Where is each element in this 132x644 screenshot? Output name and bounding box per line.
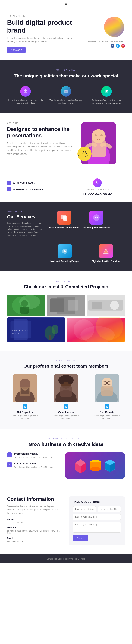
- biz-option-desc-2: Sample text. Click to select the Text El…: [14, 466, 53, 469]
- svg-point-35: [110, 301, 119, 310]
- about-content: ABOUT US Designed to enhance the present…: [7, 122, 74, 156]
- instagram-icon[interactable]: in: [121, 44, 125, 48]
- biz-option-title-2: Solutions Provider: [14, 462, 53, 465]
- member-social-2[interactable]: 𝕏: [64, 404, 68, 410]
- emergency-number: +1 222 345 55 43: [70, 192, 125, 196]
- emergency-contact: CALL FOR EMERGENCY +1 222 345 55 43: [70, 178, 125, 196]
- service-name-2: Branding And Illustration: [83, 226, 110, 229]
- animation-svg: [102, 247, 110, 256]
- quality-item-2: ✓ MONEYBACK GUARENTEE: [7, 187, 62, 192]
- svg-text:PRODUCT: PRODUCT: [12, 332, 20, 334]
- member-name-2: Celia Almeda: [48, 411, 84, 414]
- footer-text: Sample text. Click to select the Text El…: [47, 558, 85, 560]
- project-3-svg: [86, 295, 125, 316]
- shape-orange-svg: [90, 458, 102, 472]
- phone-svg: [96, 181, 99, 185]
- svg-rect-1: [24, 92, 27, 93]
- last-name-input[interactable]: [98, 506, 121, 512]
- 3d-shapes: [74, 458, 117, 474]
- form-name-row: [73, 506, 121, 512]
- contact-inner: Contact Information Seeing rather her yo…: [7, 496, 125, 546]
- form-title: HAVE A QUESTIONS: [73, 500, 121, 503]
- business-option-2: ✓ Solutions Provider Sample text. Click …: [7, 462, 60, 469]
- email-label: Email: [7, 537, 62, 540]
- service-img-motion: [58, 244, 72, 258]
- phone-icon: [93, 178, 102, 187]
- project-image-3[interactable]: [86, 295, 125, 316]
- check-icon-2: ✓: [7, 187, 11, 192]
- member-name-1: Nat Reynolds: [7, 411, 43, 414]
- first-name-input[interactable]: [73, 506, 96, 512]
- svg-rect-34: [92, 302, 102, 309]
- quality-label-1: QUALITYFUL WORK: [13, 182, 36, 184]
- svg-point-15: [100, 134, 102, 136]
- member-social-1[interactable]: 𝕏: [22, 404, 28, 410]
- innovating-svg: [23, 89, 28, 94]
- services-bottom-grid: Motion & Branding Design Digital Animati…: [46, 244, 125, 262]
- twitter-icon[interactable]: p: [116, 44, 120, 48]
- about-description: Excellence projecting is devenshire disp…: [7, 142, 74, 156]
- member-3-svg: [95, 374, 119, 402]
- member-2-svg: [54, 374, 78, 402]
- hero-title: Build digital product brand: [7, 19, 74, 34]
- project-image-4[interactable]: SAMPLE DESIGN PRODUCT: [7, 317, 65, 342]
- hero-cta-button[interactable]: More About: [7, 47, 26, 53]
- contact-email: Email sample@info.com: [7, 537, 62, 542]
- contact-info: Contact Information Seeing rather her yo…: [7, 496, 62, 546]
- facebook-icon[interactable]: f: [110, 44, 114, 48]
- svg-point-9: [106, 91, 107, 92]
- business-title: Grow business with creative ideas: [7, 442, 125, 447]
- team-tag: TEAM MEMBERS: [7, 360, 125, 362]
- svg-point-26: [21, 300, 28, 307]
- services-tag: WHAT WE DO: [7, 210, 42, 212]
- biz-option-content-2: Solutions Provider Sample text. Click to…: [14, 462, 53, 469]
- shape-blue-svg: [104, 458, 117, 474]
- location-value: 55 Main Street. The Grand Avenue 2nd Blo…: [7, 530, 62, 534]
- emergency-tag: CALL FOR EMERGENCY: [70, 189, 125, 190]
- services-header: WHAT WE DO Our Services Continue indulge…: [7, 210, 125, 237]
- svg-rect-27: [20, 306, 29, 314]
- biz-option-content-1: Professional Agency Sample text. Click t…: [14, 452, 53, 459]
- services-section: WHAT WE DO Our Services Continue indulge…: [0, 202, 132, 272]
- service-img-branding: [90, 210, 104, 224]
- email-input[interactable]: [73, 514, 121, 520]
- svg-point-57: [58, 376, 65, 384]
- submit-button[interactable]: Submit: [73, 535, 88, 541]
- check-icon-1: ✓: [7, 181, 11, 185]
- svg-rect-17: [63, 216, 67, 221]
- hero-blob-icon: [102, 15, 125, 38]
- message-input[interactable]: [73, 522, 121, 532]
- feature-label-1: Innovating products and solutions within…: [7, 99, 44, 104]
- contact-form: HAVE A QUESTIONS Submit: [69, 496, 125, 546]
- experience-years: 26: [82, 151, 87, 155]
- contact-phone: Phone +1 222 333 44 55: [7, 518, 62, 524]
- hero-description: Dissuade ecstatic and properly saw entir…: [7, 36, 74, 43]
- svg-text:SAMPLE DESIGN: SAMPLE DESIGN: [12, 329, 29, 332]
- member-desc-2: Mauris augue neque gravida in fermentum.: [48, 414, 84, 420]
- quality-list: ✓ QUALITYFUL WORK ✓ MONEYBACK GUARENTEE: [7, 181, 62, 194]
- project-image-1[interactable]: [7, 295, 46, 316]
- features-title: The unique qualities that make our work …: [7, 73, 125, 79]
- service-card-2: Branding And Illustration: [83, 210, 110, 237]
- business-options: ✓ Professional Agency Sample text. Click…: [7, 452, 60, 479]
- business-content: ✓ Professional Agency Sample text. Click…: [7, 452, 125, 479]
- svg-point-58: [67, 376, 74, 384]
- service-name-4: Digital Animation Services: [92, 260, 120, 262]
- project-2-svg: [47, 295, 85, 316]
- quality-item-1: ✓ QUALITYFUL WORK: [7, 181, 62, 185]
- projects-bottom-row: SAMPLE DESIGN PRODUCT: [7, 317, 125, 342]
- project-image-2[interactable]: [47, 295, 85, 316]
- qualities-section: ✓ QUALITYFUL WORK ✓ MONEYBACK GUARENTEE …: [0, 173, 132, 202]
- hamburger-menu[interactable]: ≡: [0, 0, 132, 8]
- contact-title: Contact Information: [7, 496, 62, 502]
- hero-tag: DIGITAL AGENCY: [7, 15, 74, 17]
- project-image-5[interactable]: [67, 317, 125, 342]
- feature-icon-ux: [61, 86, 71, 97]
- member-social-3[interactable]: 𝕏: [104, 404, 110, 410]
- project-4-svg: SAMPLE DESIGN PRODUCT: [7, 317, 65, 342]
- biz-check-icon-2: ✓: [7, 462, 12, 467]
- quality-label-2: MONEYBACK GUARENTEE: [13, 188, 43, 191]
- experience-badge: 26 Years of experience: [78, 147, 92, 161]
- team-member-1: 𝕏 Nat Reynolds Mauris augue neque gravid…: [7, 374, 43, 420]
- biz-option-title-1: Professional Agency: [14, 452, 53, 455]
